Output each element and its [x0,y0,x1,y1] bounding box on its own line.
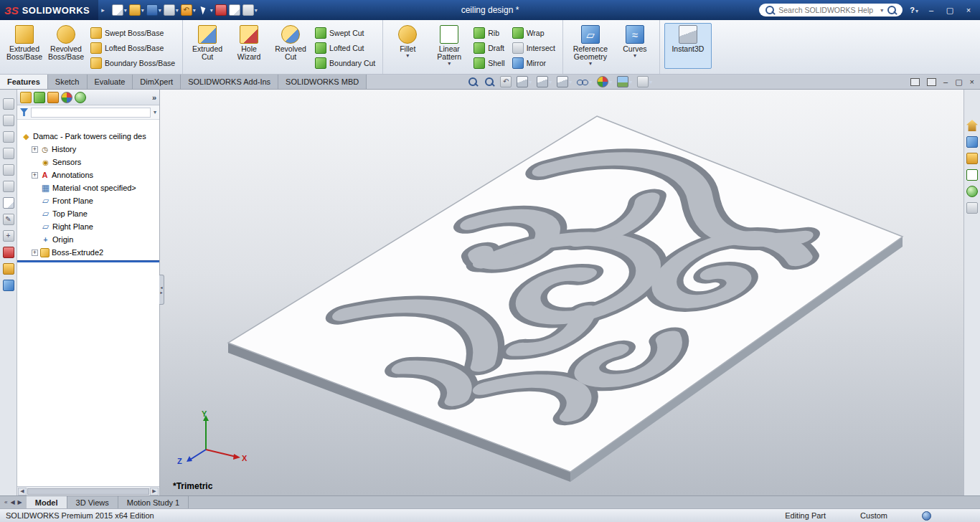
rebuild-button[interactable] [215,4,227,16]
units-selector[interactable]: Custom [860,511,887,520]
curves-dropdown-icon[interactable]: ▾ [633,53,636,58]
tree-item-front-plane[interactable]: Front Plane [17,194,159,207]
search-submit-icon[interactable] [886,4,897,16]
intersect-button[interactable]: Intersect [509,40,558,55]
rib-button[interactable]: Rib [471,25,507,40]
new-document-button[interactable] [112,4,127,16]
open-button[interactable] [129,4,144,16]
close-button[interactable]: × [960,4,977,16]
reference-geometry-dropdown-icon[interactable]: ▾ [589,61,592,66]
file-explorer-icon[interactable] [966,153,978,164]
boundary-cut-button[interactable]: Boundary Cut [312,55,378,70]
split-pane-icon[interactable] [927,78,936,86]
view-palette-icon[interactable] [966,169,978,181]
tab-features[interactable]: Features [0,75,48,89]
configurationmanager-tab-icon[interactable] [47,92,59,103]
view-settings-button[interactable] [637,76,652,87]
left-toolbar-icon-12[interactable] [3,280,14,291]
tab-evaluate[interactable]: Evaluate [88,75,133,89]
hole-wizard-button[interactable]: Hole Wizard [229,23,269,63]
design-library-icon[interactable] [966,136,978,148]
minimize-button[interactable]: – [923,4,940,16]
motion-study-tab[interactable]: Motion Study 1 [118,496,189,508]
filter-funnel-icon[interactable] [20,108,28,116]
linear-pattern-button[interactable]: Linear Pattern ▾ [429,23,469,68]
displaymanager-tab-icon[interactable] [75,92,86,103]
maximize-button[interactable]: ▢ [941,4,958,16]
collapse-pane-icon[interactable] [910,78,920,86]
view-orientation-button[interactable] [537,76,552,87]
tree-item-annotations[interactable]: Annotations [17,169,159,181]
left-toolbar-icon-10[interactable] [3,247,14,258]
scrollbar-thumb[interactable] [27,488,149,495]
print-button[interactable] [164,4,179,16]
revolved-boss-base-button[interactable]: Revolved Boss/Base [46,23,86,63]
zoom-to-fit-button[interactable] [467,76,479,87]
prev-tab-icon[interactable]: ◀ [10,499,14,506]
tree-item-right-plane[interactable]: Right Plane [17,220,159,233]
hide-show-items-button[interactable] [577,76,592,87]
extruded-boss-base-button[interactable]: Extruded Boss/Base [4,23,44,63]
left-toolbar-icon-2[interactable] [3,115,14,126]
dimxpertmanager-tab-icon[interactable] [61,92,72,103]
left-toolbar-icon-4[interactable] [3,148,14,159]
next-tab-icon[interactable]: ▶ [18,499,22,506]
tree-item-boss-extrude2[interactable]: Boss-Extrude2 [17,246,159,259]
file-properties-button[interactable] [229,4,240,16]
help-button[interactable]: ? [910,6,918,14]
swept-cut-button[interactable]: Swept Cut [312,25,378,40]
appearances-icon[interactable] [966,186,978,197]
tree-item-material[interactable]: Material <not specified> [17,181,159,194]
select-button[interactable] [198,4,213,16]
panel-collapse-control[interactable]: ◂▸ [159,275,164,305]
lofted-boss-base-button[interactable]: Lofted Boss/Base [88,40,178,55]
apply-scene-button[interactable] [617,76,632,87]
left-toolbar-icon-7[interactable] [3,197,14,209]
fillet-dropdown-icon[interactable]: ▾ [406,53,409,58]
scroll-right-icon[interactable]: ▶ [150,488,159,495]
panel-horizontal-scrollbar[interactable]: ◀ ▶ [17,486,159,495]
tab-solidworks-mbd[interactable]: SOLIDWORKS MBD [278,75,367,89]
tree-item-origin[interactable]: Origin [17,233,159,246]
left-toolbar-icon-11[interactable] [3,263,14,275]
reference-geometry-button[interactable]: ▱ Reference Geometry ▾ [567,23,613,68]
model-tab[interactable]: Model [27,496,67,508]
swept-boss-base-button[interactable]: Swept Boss/Base [88,25,178,40]
save-button[interactable] [146,4,161,16]
draft-button[interactable]: Draft [471,40,507,55]
extruded-cut-button[interactable]: Extruded Cut [187,23,227,63]
search-input[interactable] [778,6,877,14]
tree-item-top-plane[interactable]: Top Plane [17,207,159,220]
tab-sketch[interactable]: Sketch [48,75,88,89]
filter-input[interactable] [31,108,151,118]
doc-close-icon[interactable]: × [970,77,974,86]
app-logo[interactable]: ЗS SOLIDWORKS [0,0,98,20]
options-button[interactable] [242,4,258,16]
3d-views-tab[interactable]: 3D Views [67,496,118,508]
display-style-button[interactable] [557,76,572,87]
featuremanager-tree-tab-icon[interactable] [20,92,32,103]
left-toolbar-icon-9[interactable]: + [3,230,14,242]
custom-properties-icon[interactable] [966,202,978,214]
lofted-cut-button[interactable]: Lofted Cut [312,40,378,55]
status-indicator-icon[interactable] [922,511,931,521]
tab-solidworks-add-ins[interactable]: SOLIDWORKS Add-Ins [181,75,278,89]
left-toolbar-icon-3[interactable] [3,131,14,143]
zoom-to-area-button[interactable] [484,76,495,87]
doc-minimize-icon[interactable]: – [943,77,948,86]
rollback-bar[interactable] [17,260,159,262]
tree-item-sensors[interactable]: Sensors [17,156,159,169]
left-toolbar-icon-1[interactable] [3,98,14,110]
filter-dropdown-icon[interactable]: ▾ [154,109,156,115]
revolved-cut-button[interactable]: Revolved Cut [270,23,311,63]
boundary-boss-base-button[interactable]: Boundary Boss/Base [88,55,178,70]
left-toolbar-icon-8[interactable]: ✎ [3,214,14,225]
expand-icon[interactable] [32,172,38,179]
tree-item-history[interactable]: History [17,143,159,156]
expand-icon[interactable] [32,250,38,256]
task-pane-home-icon[interactable] [966,120,978,131]
tree-root-item[interactable]: Damac - Park towers ceiling des [17,130,159,143]
undo-button[interactable]: ↶ [181,4,196,16]
section-view-button[interactable] [517,76,532,87]
more-tabs-chevron-icon[interactable]: » [152,93,156,102]
